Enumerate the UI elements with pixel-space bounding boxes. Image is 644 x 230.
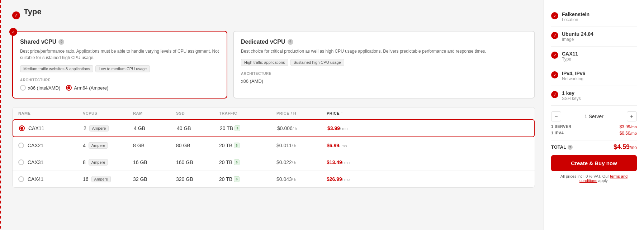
row-price-h-cax41: $0.043/ h: [276, 176, 327, 182]
col-traffic: TRAFFIC: [219, 111, 276, 115]
dedicated-vcpu-desc: Best choice for critical production as w…: [241, 48, 527, 54]
row-traffic-cax31: 20 TB $: [219, 159, 276, 165]
row-price-mo-cax31: $13.49/ mo: [327, 159, 384, 165]
row-ram-cax41: 32 GB: [133, 176, 176, 182]
shared-vcpu-check: ✓: [9, 28, 17, 36]
sidebar: ✓ Falkenstein Location ✓ Ubuntu 24.04 Im…: [544, 0, 644, 230]
row-ram-cax31: 16 GB: [133, 159, 176, 165]
row-radio-cax11[interactable]: [19, 125, 25, 131]
table-row[interactable]: CAX31 8 Ampere 16 GB 160 GB 20 TB $ $0.0…: [13, 154, 535, 171]
sidebar-check-cax11: ✓: [551, 52, 558, 59]
sidebar-check-ipv4: ✓: [551, 71, 558, 78]
row-vcpus-cax21: 4 Ampere: [83, 142, 133, 149]
total-help-icon[interactable]: ?: [568, 145, 573, 150]
row-price-mo-cax11: $3.99/ mo: [327, 125, 385, 131]
row-price-h-cax11: $0.006/ h: [277, 125, 327, 131]
vcpu-badge-cax31: Ampere: [89, 159, 108, 166]
sidebar-check-sshkeys: ✓: [551, 91, 558, 98]
dedicated-vcpu-arch-label: ARCHITECTURE: [241, 72, 527, 76]
arch-arm64-option[interactable]: Arm64 (Ampere): [66, 85, 108, 91]
row-ssd-cax21: 80 GB: [176, 143, 219, 148]
vcpu-badge-cax21: Ampere: [89, 142, 108, 149]
sidebar-cax11-label: Type: [562, 57, 637, 62]
page-title-check: ✓: [12, 11, 20, 19]
row-radio-cax31[interactable]: [18, 159, 24, 165]
decrease-server-btn[interactable]: −: [551, 111, 561, 121]
sidebar-item-cax11: ✓ CAX11 Type: [551, 47, 637, 66]
page-title: Type: [24, 7, 42, 16]
sidebar-ipv4-name: IPv4, IPv6: [562, 71, 637, 76]
sidebar-check-falkenstein: ✓: [551, 12, 558, 19]
col-price-h: PRICE / H: [276, 111, 327, 115]
sidebar-falkenstein-name: Falkenstein: [562, 11, 637, 17]
sidebar-item-sshkeys: ✓ 1 key SSH keys: [551, 86, 637, 106]
sidebar-ubuntu-label: Image: [562, 37, 637, 42]
col-name: NAME: [18, 111, 83, 115]
dedicated-vcpu-help-icon[interactable]: ?: [288, 39, 293, 45]
row-name-cax11: CAX11: [19, 125, 84, 131]
server-count: − 1 Server +: [551, 111, 637, 121]
table-row[interactable]: CAX21 4 Ampere 8 GB 80 GB 20 TB $ $0.011…: [13, 137, 535, 154]
total-value: $4.59/mo: [614, 143, 637, 151]
row-ram-cax11: 4 GB: [134, 125, 177, 131]
sidebar-cax11-name: CAX11: [562, 51, 637, 57]
row-ram-cax21: 8 GB: [133, 143, 176, 148]
sidebar-item-ipv4: ✓ IPv4, IPv6 Networking: [551, 66, 637, 86]
shared-vcpu-arch-options: x86 (Intel/AMD) Arm64 (Ampere): [20, 85, 219, 91]
total-label-text: TOTAL: [551, 144, 566, 150]
dollar-badge: $: [235, 125, 240, 131]
sidebar-sshkeys-label: SSH keys: [562, 96, 637, 101]
row-name-cax31: CAX31: [18, 159, 83, 165]
vcpu-badge-cax41: Ampere: [91, 176, 111, 182]
arch-x86-radio[interactable]: [20, 85, 26, 91]
row-price-mo-cax41: $26.99/ mo: [327, 176, 384, 182]
row-vcpus-cax41: 16 Ampere: [83, 176, 133, 182]
col-ram: RAM: [133, 111, 176, 115]
row-vcpus-cax11: 2 Ampere: [84, 125, 134, 131]
row-ssd-cax41: 320 GB: [176, 176, 219, 182]
sidebar-ipv4-label: Networking: [562, 76, 637, 81]
pricing-row-ipv4: 1 IPV4 $0.60/mo: [551, 131, 637, 136]
tag-low-cpu: Low to medium CPU usage: [95, 65, 150, 72]
row-radio-cax21[interactable]: [18, 143, 24, 148]
dollar-badge: $: [234, 143, 240, 148]
col-vcpus: VCPUS: [83, 111, 133, 115]
row-radio-cax41[interactable]: [18, 176, 24, 182]
sidebar-item-falkenstein: ✓ Falkenstein Location: [551, 7, 637, 27]
dedicated-vcpu-title: Dedicated vCPU ?: [241, 39, 527, 45]
row-traffic-cax41: 20 TB $: [219, 176, 276, 182]
total-row: TOTAL ? $4.59/mo: [551, 140, 637, 151]
vat-note: All prices incl. 0 % VAT. Our terms and …: [551, 174, 637, 183]
row-ssd-cax31: 160 GB: [176, 159, 219, 165]
tag-sustained-cpu: Sustained high CPU usage: [290, 59, 344, 66]
arch-x86-option[interactable]: x86 (Intel/AMD): [20, 85, 60, 91]
row-name-cax41: CAX41: [18, 176, 83, 182]
row-traffic-cax21: 20 TB $: [219, 143, 276, 148]
dedicated-vcpu-card[interactable]: Dedicated vCPU ? Best choice for critica…: [233, 31, 535, 99]
shared-vcpu-help-icon[interactable]: ?: [58, 39, 64, 45]
increase-server-btn[interactable]: +: [627, 111, 637, 121]
sidebar-sshkeys-name: 1 key: [562, 90, 637, 96]
col-ssd: SSD: [176, 111, 219, 115]
pricing-row-server: 1 SERVER $3.99/mo: [551, 124, 637, 129]
table-row[interactable]: CAX41 16 Ampere 32 GB 320 GB 20 TB $ $0.…: [13, 171, 535, 187]
arch-arm64-radio[interactable]: [66, 85, 72, 91]
create-buy-button[interactable]: Create & Buy now: [551, 155, 637, 171]
row-price-h-cax21: $0.011/ h: [276, 143, 327, 148]
row-price-h-cax31: $0.022/ h: [276, 159, 327, 165]
tag-medium-traffic: Medium traffic websites & applications: [20, 65, 93, 72]
table-row[interactable]: CAX11 2 Ampere 4 GB 40 GB 20 TB $ $0.006…: [13, 119, 535, 137]
dedicated-vcpu-arch-value: x86 (AMD): [241, 78, 527, 84]
shared-vcpu-card[interactable]: ✓ Shared vCPU ? Best price/performance r…: [12, 31, 227, 99]
sidebar-item-ubuntu: ✓ Ubuntu 24.04 Image: [551, 27, 637, 47]
col-price-mo: PRICE ↑: [327, 111, 384, 115]
pricing-ipv4-value: $0.60/mo: [620, 131, 637, 136]
row-price-mo-cax21: $6.99/ mo: [327, 143, 384, 148]
dollar-badge: $: [234, 176, 240, 182]
shared-vcpu-tags: Medium traffic websites & applications L…: [20, 65, 219, 72]
shared-vcpu-title: Shared vCPU ?: [20, 39, 219, 45]
pricing-server-value: $3.99/mo: [620, 124, 637, 129]
sidebar-falkenstein-label: Location: [562, 17, 637, 22]
sidebar-check-ubuntu: ✓: [551, 32, 558, 39]
vcpu-badge-cax11: Ampere: [89, 125, 109, 131]
